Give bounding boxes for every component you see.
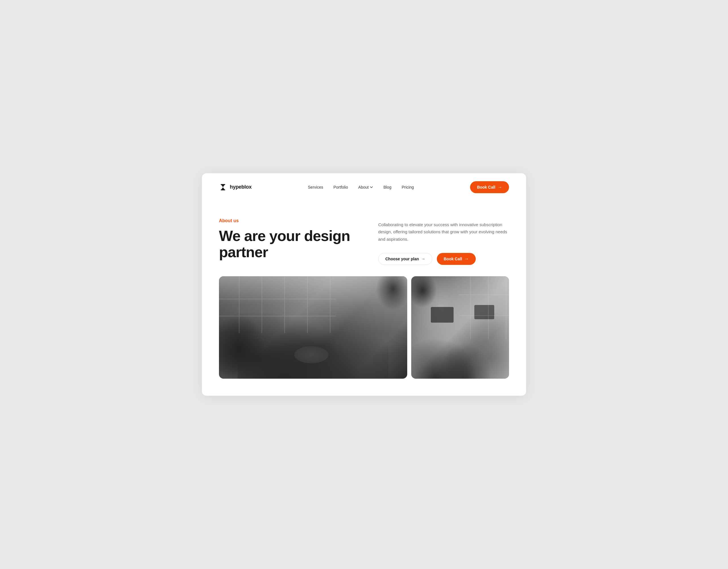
arrow-icon: →: [464, 256, 469, 261]
choose-plan-button[interactable]: Choose your plan →: [378, 253, 432, 265]
hero-buttons: Choose your plan → Book Call →: [378, 253, 509, 265]
hero-description: Collaborating to elevate your success wi…: [378, 221, 509, 243]
chevron-down-icon: [370, 185, 373, 189]
window-grid-overlay: [411, 276, 509, 379]
nav-item-blog[interactable]: Blog: [383, 185, 391, 190]
about-label: About us: [219, 218, 350, 223]
hero-left: About us We are your design partner: [219, 218, 350, 260]
page-card: hypeblox Services Portfolio About Blog: [202, 173, 526, 396]
logo[interactable]: hypeblox: [219, 183, 252, 191]
hero-book-call-button[interactable]: Book Call →: [437, 253, 476, 265]
team-meeting-image: [219, 276, 407, 379]
nav-item-services[interactable]: Services: [308, 185, 323, 190]
arrow-icon: →: [498, 185, 502, 190]
nav-item-about[interactable]: About: [358, 185, 373, 189]
nav-menu: Services Portfolio About Blog Pricing: [308, 185, 414, 190]
nav-item-pricing[interactable]: Pricing: [402, 185, 414, 190]
logo-icon: [219, 183, 227, 191]
svg-rect-0: [221, 184, 225, 185]
hero-right: Collaborating to elevate your success wi…: [378, 218, 509, 265]
logo-text: hypeblox: [230, 184, 252, 190]
nav-item-portfolio[interactable]: Portfolio: [333, 185, 348, 190]
hero-title: We are your design partner: [219, 228, 350, 260]
images-section: [202, 276, 526, 396]
nav-book-call-button[interactable]: Book Call →: [470, 181, 509, 193]
navbar: hypeblox Services Portfolio About Blog: [202, 173, 526, 201]
arrow-icon: →: [421, 256, 425, 261]
office-work-image: [411, 276, 509, 379]
texture-overlay: [219, 276, 407, 379]
hero-section: About us We are your design partner Coll…: [202, 201, 526, 276]
svg-rect-1: [221, 189, 225, 190]
